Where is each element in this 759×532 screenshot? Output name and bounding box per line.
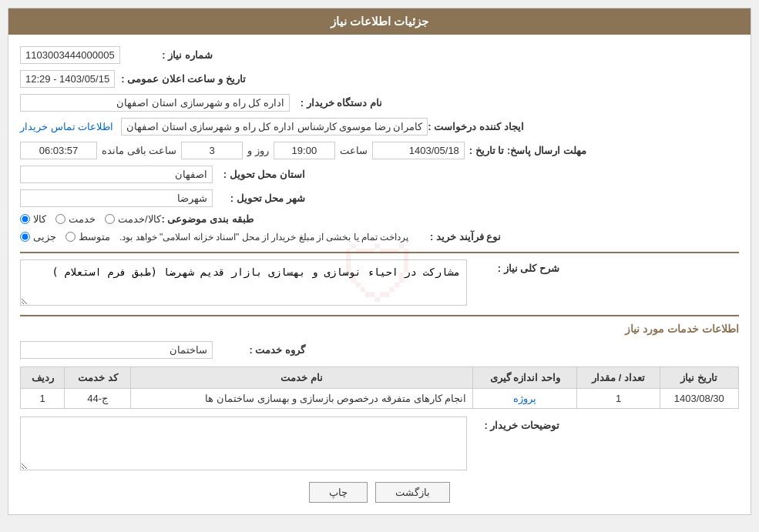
services-table: تاریخ نیاز تعداد / مقدار واحد اندازه گیر… bbox=[20, 366, 739, 409]
announce-label: تاریخ و ساعت اعلان عمومی : bbox=[121, 73, 245, 85]
cell-date: 1403/08/30 bbox=[660, 389, 738, 409]
buyer-notes-textarea[interactable] bbox=[20, 417, 467, 470]
province-value: اصفهان bbox=[20, 166, 213, 183]
page-title: جزئیات اطلاعات نیاز bbox=[331, 15, 428, 28]
service-group-value: ساختمان bbox=[20, 341, 213, 359]
print-button[interactable]: چاپ bbox=[309, 482, 368, 503]
buyer-org-value: اداره کل راه و شهرسازی استان اصفهان bbox=[20, 94, 290, 112]
card-header: جزئیات اطلاعات نیاز bbox=[8, 8, 751, 35]
purchase-note: پرداخت تمام یا بخشی از مبلغ خریدار از مح… bbox=[119, 232, 408, 243]
city-value: شهرضا bbox=[20, 189, 213, 207]
need-description-row: شرح کلی نیاز : // Set textarea value fro… bbox=[20, 259, 739, 306]
purchase-mottaset-item: متوسط bbox=[65, 231, 110, 243]
deadline-countdown: 06:03:57 bbox=[20, 142, 97, 159]
need-description-label: شرح کلی نیاز : bbox=[467, 263, 559, 274]
category-kala-khadamat-label: کالا/خدمت bbox=[118, 213, 161, 225]
purchase-type-row: نوع فرآیند خرید : پرداخت تمام یا بخشی از… bbox=[20, 231, 739, 243]
category-kala-label: کالا bbox=[33, 213, 46, 225]
purchase-mottaset-radio[interactable] bbox=[65, 232, 76, 242]
purchase-jozii-item: جزیی bbox=[20, 231, 56, 243]
category-radio-group: کالا/خدمت خدمت کالا bbox=[20, 213, 161, 225]
category-khadamat-radio[interactable] bbox=[55, 214, 65, 224]
purchase-mottaset-label: متوسط bbox=[79, 231, 110, 243]
cell-quantity: 1 bbox=[577, 389, 660, 409]
purchase-jozii-label: جزیی bbox=[33, 231, 56, 243]
footer-buttons: بازگشت چاپ bbox=[20, 482, 739, 503]
col-unit: واحد اندازه گیری bbox=[473, 367, 577, 389]
cell-service-name: انجام کارهای متفرقه درخصوص بازسازی و بهس… bbox=[131, 389, 473, 409]
divider-2 bbox=[20, 315, 739, 316]
table-row: 1403/08/30 1 پروژه انجام کارهای متفرقه د… bbox=[21, 389, 739, 409]
page-container: جزئیات اطلاعات نیاز 🛡 شماره نیاز : 11030… bbox=[0, 0, 759, 532]
cell-unit: پروژه bbox=[473, 389, 577, 409]
deadline-label: مهلت ارسال پاسخ: تا تاریخ : bbox=[469, 145, 586, 156]
province-label: استان محل تحویل : bbox=[213, 169, 305, 180]
cell-service-code: ج-44 bbox=[65, 389, 131, 409]
announce-value: 1403/05/15 - 12:29 bbox=[20, 70, 115, 88]
deadline-remaining-label: ساعت باقی مانده bbox=[102, 145, 176, 156]
deadline-days-label: روز و bbox=[247, 145, 269, 156]
deadline-time: 19:00 bbox=[274, 142, 335, 159]
col-service-code: کد خدمت bbox=[65, 367, 131, 389]
col-quantity: تعداد / مقدار bbox=[577, 367, 660, 389]
announce-row: تاریخ و ساعت اعلان عمومی : 1403/05/15 - … bbox=[20, 70, 739, 88]
buyer-notes-row: توضیحات خریدار : bbox=[20, 417, 739, 470]
need-number-label: شماره نیاز : bbox=[120, 49, 213, 61]
divider-1 bbox=[20, 252, 739, 253]
category-row: طبقه بندی موضوعی : کالا/خدمت خدمت کالا bbox=[20, 213, 739, 225]
need-number-row: شماره نیاز : 1103003444000005 bbox=[20, 46, 739, 64]
deadline-row: مهلت ارسال پاسخ: تا تاریخ : 1403/05/18 س… bbox=[20, 142, 739, 159]
creator-value: کامران رضا موسوی کارشناس اداره کل راه و … bbox=[121, 118, 428, 136]
main-card: جزئیات اطلاعات نیاز 🛡 شماره نیاز : 11030… bbox=[8, 8, 751, 515]
province-row: استان محل تحویل : اصفهان bbox=[20, 166, 739, 183]
deadline-date: 1403/05/18 bbox=[372, 142, 465, 159]
cell-row-num: 1 bbox=[21, 389, 65, 409]
back-button[interactable]: بازگشت bbox=[375, 482, 450, 503]
category-kala-khadamat-radio[interactable] bbox=[105, 214, 115, 224]
category-kala-khadamat-item: کالا/خدمت bbox=[105, 213, 161, 225]
creator-label: ایجاد کننده درخواست : bbox=[428, 121, 523, 132]
purchase-radio-group: پرداخت تمام یا بخشی از مبلغ خریدار از مح… bbox=[20, 231, 408, 243]
col-service-name: نام خدمت bbox=[131, 367, 473, 389]
deadline-days: 3 bbox=[181, 142, 243, 159]
city-row: شهر محل تحویل : شهرضا bbox=[20, 189, 739, 207]
category-khadamat-item: خدمت bbox=[55, 213, 96, 225]
buyer-notes-label: توضیحات خریدار : bbox=[467, 420, 559, 431]
card-body: 🛡 شماره نیاز : 1103003444000005 تاریخ و … bbox=[8, 35, 751, 514]
category-label: طبقه بندی موضوعی : bbox=[161, 213, 254, 225]
deadline-time-label: ساعت bbox=[340, 145, 368, 156]
buyer-org-row: نام دستگاه خریدار : اداره کل راه و شهرسا… bbox=[20, 94, 739, 112]
purchase-type-label: نوع فرآیند خرید : bbox=[408, 231, 501, 243]
city-label: شهر محل تحویل : bbox=[213, 192, 305, 204]
need-description-textarea[interactable] bbox=[20, 259, 467, 306]
need-number-value: 1103003444000005 bbox=[20, 46, 120, 64]
purchase-jozii-radio[interactable] bbox=[20, 232, 30, 242]
buyer-org-label: نام دستگاه خریدار : bbox=[290, 97, 382, 109]
creator-contact-link[interactable]: اطلاعات تماس خریدار bbox=[20, 121, 113, 132]
col-row-num: ردیف bbox=[21, 367, 65, 389]
category-khadamat-label: خدمت bbox=[69, 213, 96, 225]
service-group-label: گروه خدمت : bbox=[213, 344, 305, 356]
col-date: تاریخ نیاز bbox=[660, 367, 738, 389]
service-group-row: گروه خدمت : ساختمان bbox=[20, 341, 739, 359]
creator-row: ایجاد کننده درخواست : کامران رضا موسوی ک… bbox=[20, 118, 739, 136]
services-section-title: اطلاعات خدمات مورد نیاز bbox=[20, 323, 739, 335]
category-kala-radio[interactable] bbox=[20, 214, 30, 224]
category-kala-item: کالا bbox=[20, 213, 46, 225]
